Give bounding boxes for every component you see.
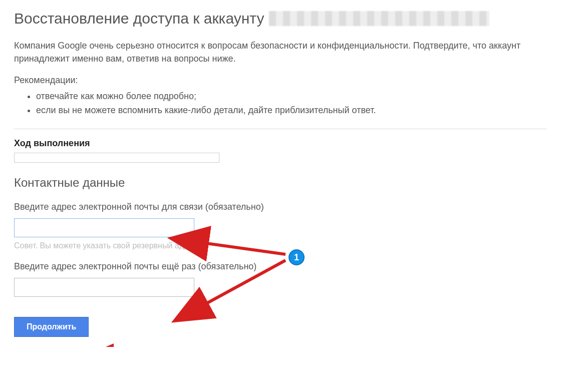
intro-text: Компания Google очень серьезно относится… (14, 39, 547, 65)
progress-label: Ход выполнения (14, 138, 547, 149)
email-confirm-label: Введите адрес электронной почты ещё раз … (14, 261, 547, 272)
email-label: Введите адрес электронной почты для связ… (14, 202, 547, 212)
email-input[interactable] (14, 218, 194, 237)
page-title-text: Восстановление доступа к аккаунту (14, 10, 264, 27)
divider (14, 129, 547, 129)
email-confirm-input[interactable] (14, 278, 194, 297)
page-title: Восстановление доступа к аккаунту (14, 10, 547, 27)
recommendations-label: Рекомендации: (14, 75, 547, 86)
email-hint: Совет. Вы можете указать свой резервный … (14, 241, 547, 250)
recommendations-list: отвечайте как можно более подробно; если… (14, 90, 547, 118)
contact-heading: Контактные данные (14, 176, 547, 190)
progress-bar (14, 153, 219, 163)
redacted-account-name (269, 11, 489, 26)
continue-button[interactable]: Продолжить (14, 317, 89, 337)
recommendation-item: отвечайте как можно более подробно; (36, 90, 547, 104)
recommendation-item: если вы не можете вспомнить какие-либо д… (36, 104, 547, 118)
